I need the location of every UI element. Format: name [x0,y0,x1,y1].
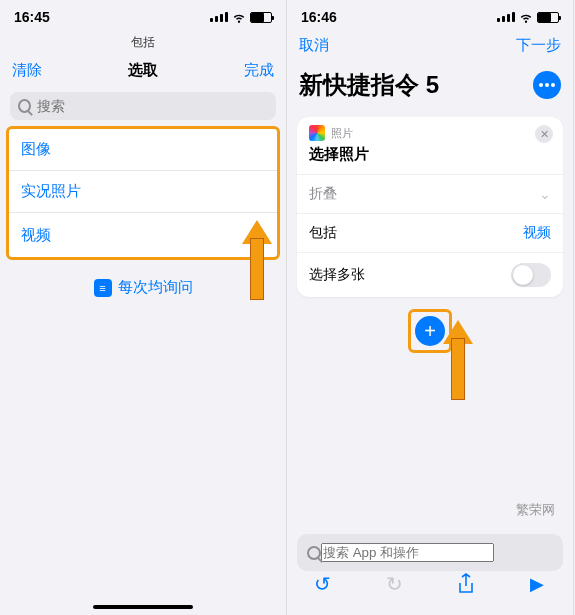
status-icons [497,10,559,24]
picker-title: 选取 [128,61,158,80]
action-search-input[interactable] [321,543,494,562]
undo-button[interactable]: ↺ [312,573,334,595]
cancel-button[interactable]: 取消 [299,36,329,55]
status-icons [210,10,272,24]
card-action-title: 选择照片 [297,145,563,174]
close-icon[interactable]: ✕ [535,125,553,143]
home-indicator[interactable] [93,605,193,609]
editor-nav: 取消 下一步 [287,30,573,61]
battery-icon [537,12,559,23]
annotation-arrow [443,320,473,400]
list-item-video[interactable]: 视频 ✓ [9,213,277,257]
more-button[interactable] [533,71,561,99]
wifi-icon [232,10,246,24]
card-app-label: 照片 [331,126,353,141]
include-header: 包括 [0,30,286,55]
battery-icon [250,12,272,23]
action-card: 照片 ✕ 选择照片 折叠 ⌄ 包括 视频 选择多张 [297,117,563,297]
list-item-live-photo[interactable]: 实况照片 [9,171,277,213]
status-time: 16:45 [14,9,50,25]
list-item-label: 实况照片 [21,182,81,201]
fold-label: 折叠 [309,185,337,203]
multi-label: 选择多张 [309,266,365,284]
run-button[interactable]: ▶ [526,573,548,595]
chevron-down-icon: ⌄ [539,186,551,202]
left-screen: 16:45 包括 清除 选取 完成 图像 实况照片 视频 ✓ ≡ 每次均询问 [0,0,287,615]
title-row: 新快捷指令 5 [287,61,573,109]
multi-toggle[interactable] [511,263,551,287]
list-item-label: 图像 [21,140,51,159]
add-action-wrap: + [287,309,573,353]
right-screen: 16:46 取消 下一步 新快捷指令 5 照片 ✕ 选择照片 折叠 ⌄ 包括 视… [287,0,574,615]
photos-app-icon [309,125,325,141]
bottom-toolbar: ↺ ↻ ▶ [287,567,573,609]
add-action-button[interactable]: + [415,316,445,346]
done-button[interactable]: 完成 [244,61,274,80]
fold-row[interactable]: 折叠 ⌄ [297,174,563,213]
multi-select-row: 选择多张 [297,252,563,297]
next-button[interactable]: 下一步 [516,36,561,55]
ask-label: 每次均询问 [118,278,193,297]
shortcut-title[interactable]: 新快捷指令 5 [299,69,439,101]
media-type-list: 图像 实况照片 视频 ✓ [6,126,280,260]
include-value: 视频 [523,224,551,242]
list-item-image[interactable]: 图像 [9,129,277,171]
card-header: 照片 ✕ [297,117,563,145]
signal-icon [210,12,228,22]
status-bar: 16:45 [0,0,286,30]
ask-icon: ≡ [94,279,112,297]
search-icon [307,546,321,560]
action-search-bar[interactable] [297,534,563,571]
include-label: 包括 [309,224,337,242]
search-input[interactable] [37,98,268,114]
status-bar: 16:46 [287,0,573,30]
search-icon [18,99,31,113]
picker-nav: 清除 选取 完成 [0,55,286,86]
clear-button[interactable]: 清除 [12,61,42,80]
signal-icon [497,12,515,22]
list-item-label: 视频 [21,226,51,245]
status-time: 16:46 [301,9,337,25]
search-bar[interactable] [10,92,276,120]
annotation-arrow [242,220,272,300]
redo-button: ↻ [383,573,405,595]
wifi-icon [519,10,533,24]
share-button[interactable] [455,573,477,595]
include-row[interactable]: 包括 视频 [297,213,563,252]
watermark: 繁荣网 [516,501,555,519]
